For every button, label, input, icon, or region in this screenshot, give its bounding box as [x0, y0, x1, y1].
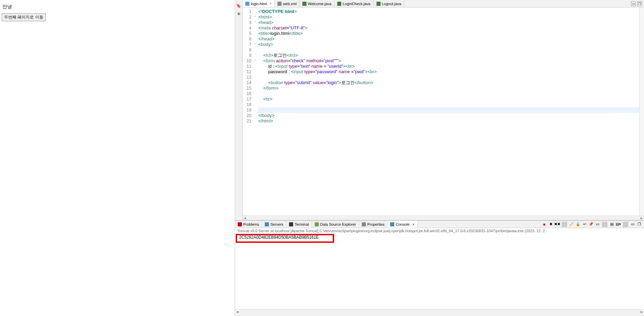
bottom-tab-terminal[interactable]: Terminal: [286, 221, 312, 228]
overview-ruler[interactable]: [639, 8, 644, 215]
code-content[interactable]: <!DOCTYPE html><html><head><meta charset…: [257, 8, 639, 215]
code-line[interactable]: <head>: [258, 20, 639, 25]
scroll-lock-icon[interactable]: 🔒: [575, 222, 581, 227]
fold-toggle-icon[interactable]: −: [254, 58, 257, 64]
bottom-tab-servers[interactable]: Servers: [262, 221, 286, 228]
line-number: 5: [243, 31, 251, 36]
code-area[interactable]: 123456789101112131415161718192021 −−−− <…: [243, 8, 644, 215]
code-line[interactable]: <meta charset="UTF-8">: [258, 25, 639, 31]
word-wrap-icon[interactable]: ↩: [582, 222, 587, 227]
editor-horizontal-scrollbar[interactable]: ◄ ►: [243, 215, 644, 220]
line-number: 21: [243, 118, 251, 124]
toggle-highlight-icon[interactable]: ✳: [236, 12, 242, 17]
editor-tab-logincheck-java[interactable]: LoginCheck.java: [334, 0, 373, 7]
code-line[interactable]: <title>login.html</title>: [258, 31, 639, 36]
open-console-icon[interactable]: ▤: [609, 222, 615, 227]
bottom-tab-label: Terminal: [294, 222, 309, 226]
minimize-view-icon[interactable]: ▭: [630, 222, 635, 227]
code-line[interactable]: </body>: [258, 113, 639, 118]
editor-tab-logout-java[interactable]: Logout.java: [374, 0, 405, 7]
fold-toggle-icon: [254, 75, 257, 80]
code-line[interactable]: </html>: [258, 118, 639, 124]
toggle-breadcrumb-icon[interactable]: 🔖: [236, 3, 242, 9]
code-line[interactable]: </head>: [258, 36, 639, 42]
maximize-editor-icon[interactable]: ❐: [637, 1, 642, 6]
fold-toggle-icon: [254, 31, 257, 36]
ide-pane: 🔖 ✳ login.html×web.xmlWelcome.javaLoginC…: [235, 0, 644, 316]
console-process-header: Tomcat v9.0 Server at localhost [Apache …: [235, 228, 644, 234]
code-line[interactable]: </form>: [258, 85, 639, 91]
code-line[interactable]: [258, 107, 639, 113]
bottom-tab-label: Properties: [367, 222, 384, 226]
line-number: 15: [243, 85, 251, 91]
xml-file-icon: [277, 2, 282, 6]
line-number: 14: [243, 80, 251, 85]
code-line[interactable]: <form action="check" method="post""">: [258, 58, 639, 64]
line-number: 11: [243, 64, 251, 69]
bottom-tabs: ProblemsServersTerminalData Source Explo…: [235, 221, 644, 228]
status-grip[interactable]: [235, 314, 644, 316]
fold-toggle-icon[interactable]: −: [254, 14, 257, 20]
greeting-text: 안녕: [2, 4, 233, 10]
fold-toggle-icon: [254, 85, 257, 91]
editor-tab-login-html[interactable]: login.html×: [243, 0, 275, 7]
code-line[interactable]: [258, 91, 639, 96]
bottom-tab-console[interactable]: Console×: [387, 221, 417, 228]
code-line[interactable]: <h3>로그인</h3>: [258, 53, 639, 58]
editor-tabs: login.html×web.xmlWelcome.javaLoginCheck…: [243, 0, 644, 8]
close-view-icon[interactable]: ×: [412, 222, 414, 226]
scroll-left-arrow-icon[interactable]: ◄: [235, 310, 240, 314]
display-selected-icon[interactable]: ▭: [595, 222, 600, 227]
maximize-view-icon[interactable]: ❐: [636, 222, 642, 227]
line-number: 4: [243, 25, 251, 31]
code-line[interactable]: <body>: [258, 42, 639, 47]
code-line[interactable]: [258, 47, 639, 53]
second-page-nav-button[interactable]: 두번째 페이지로 이동: [2, 13, 46, 21]
line-number: 3: [243, 20, 251, 25]
line-number: 19: [243, 107, 251, 113]
scroll-right-arrow-icon[interactable]: ►: [639, 310, 644, 314]
prop-view-icon: [362, 222, 366, 226]
fold-toggle-icon: [254, 113, 257, 118]
new-console-icon[interactable]: ▤▾: [616, 222, 621, 227]
editor-side-toolbar: 🔖 ✳: [235, 0, 243, 220]
code-line[interactable]: <hr>: [258, 96, 639, 102]
console-horizontal-scrollbar[interactable]: ◄ ►: [235, 309, 644, 314]
fold-column[interactable]: −−−−: [254, 8, 257, 215]
fold-toggle-icon: [254, 80, 257, 85]
scroll-right-arrow-icon[interactable]: ►: [639, 216, 644, 220]
pin-console-icon[interactable]: 📌: [588, 222, 594, 227]
bottom-tab-properties[interactable]: Properties: [359, 221, 387, 228]
code-line[interactable]: <html>: [258, 14, 639, 20]
editor-tab-web-xml[interactable]: web.xml: [275, 0, 300, 7]
tab-label: Welcome.java: [308, 2, 331, 6]
code-line[interactable]: [258, 102, 639, 107]
fold-toggle-icon: [254, 102, 257, 107]
console-body[interactable]: 2C5282A0D482EB94D50BA5BAB9B5161E: [235, 234, 644, 309]
code-line[interactable]: id : <input type="text" name = "userId">…: [258, 64, 639, 69]
line-number: 20: [243, 113, 251, 118]
terminate-icon[interactable]: ■: [542, 222, 547, 227]
code-line[interactable]: <!DOCTYPE html>: [258, 9, 639, 14]
fold-toggle-icon[interactable]: −: [254, 20, 257, 25]
tab-label: web.xml: [283, 2, 297, 6]
code-line[interactable]: <button type="submit" value="login">로그인<…: [258, 80, 639, 85]
scroll-left-arrow-icon[interactable]: ◄: [243, 216, 247, 220]
line-number: 6: [243, 36, 251, 42]
tab-label: login.html: [251, 2, 267, 6]
close-tab-icon[interactable]: ×: [270, 2, 272, 5]
editor-main: login.html×web.xmlWelcome.javaLoginCheck…: [243, 0, 644, 220]
line-number: 16: [243, 91, 251, 96]
code-line[interactable]: password : <input type="password" name =…: [258, 69, 639, 75]
editor-tab-welcome-java[interactable]: Welcome.java: [300, 0, 334, 7]
fold-toggle-icon[interactable]: −: [254, 42, 257, 47]
fold-toggle-icon: [254, 91, 257, 96]
minimize-editor-icon[interactable]: ▭: [631, 1, 636, 6]
code-line[interactable]: [258, 75, 639, 80]
bottom-tab-problems[interactable]: Problems: [235, 221, 262, 228]
dse-view-icon: [315, 222, 319, 226]
remove-launch-icon[interactable]: ✖: [548, 222, 553, 227]
bottom-tab-data-source-explorer[interactable]: Data Source Explorer: [312, 221, 359, 228]
clear-console-icon[interactable]: 🧹: [569, 222, 574, 227]
remove-all-icon[interactable]: ✖✖: [554, 222, 560, 227]
